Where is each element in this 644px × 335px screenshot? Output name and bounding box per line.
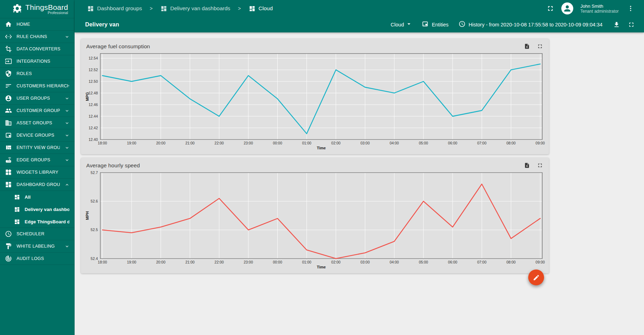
x-tick-label: 02:00	[331, 141, 340, 145]
avatar[interactable]	[561, 2, 573, 14]
sidebar-item-edge-groups[interactable]: EDGE GROUPS	[0, 154, 74, 166]
fuel-consumption-chart: 12.4012.4212.4412.4612.4812.5012.5212.54…	[84, 51, 546, 153]
x-axis-title: Time	[317, 265, 326, 269]
dashboard-icon	[87, 5, 94, 12]
input-icon	[5, 58, 12, 65]
sidebar-item-home[interactable]: HOME	[0, 18, 74, 31]
sidebar-item-label: DASHBOARD GROUPS	[17, 182, 60, 187]
app-edition: Professional	[48, 11, 68, 15]
y-tick-label: 52.6	[91, 199, 98, 203]
sidebar-subitem-edge-thingsboard-dash[interactable]: Edge ThingsBoard dash...	[0, 216, 74, 228]
app-logo[interactable]: ThingsBoard Professional	[0, 0, 74, 18]
y-tick-label: 12.54	[89, 56, 98, 60]
edit-dashboard-fab[interactable]	[528, 269, 544, 285]
more-vert-menu-button[interactable]	[626, 4, 636, 13]
sidebar-item-device-groups[interactable]: DEVICE GROUPS	[0, 129, 74, 142]
x-tick-label: 09:00	[536, 141, 545, 145]
x-tick-label: 08:00	[506, 141, 516, 145]
more-vert-icon	[627, 5, 634, 12]
sidebar-item-label: CUSTOMER GROUPS	[17, 108, 60, 113]
shield-icon	[5, 70, 12, 77]
main-area: Dashboard groups>Delivery van dashboards…	[75, 0, 644, 335]
fullscreen-button[interactable]	[545, 3, 556, 14]
user-menu[interactable]: John Smith Tenant administrator	[580, 4, 619, 14]
download-icon	[613, 21, 620, 28]
x-tick-label: 20:00	[156, 141, 165, 145]
dashboard-state-select[interactable]: Cloud	[391, 20, 412, 29]
x-tick-label: 01:00	[302, 141, 311, 145]
hourly-speed-widget: Average hourly speed 52.452.552.652.718:…	[81, 158, 549, 273]
sidebar-subitem-label: All	[25, 194, 69, 200]
sidebar-item-rule-chains[interactable]: RULE CHAINS	[0, 31, 74, 43]
breadcrumb-bar: Dashboard groups>Delivery van dashboards…	[75, 0, 644, 17]
x-tick-label: 03:00	[360, 260, 370, 264]
breadcrumb-item-dashboard-groups[interactable]: Dashboard groups	[87, 5, 142, 12]
sidebar-item-user-groups[interactable]: USER GROUPS	[0, 92, 74, 105]
sidebar-item-customers-hierarchy[interactable]: CUSTOMERS HIERARCHY	[0, 80, 74, 92]
widget-fullscreen-icon[interactable]	[536, 162, 544, 169]
breadcrumb-item-delivery-van-dashboards[interactable]: Delivery van dashboards	[160, 5, 231, 12]
gear-logo-icon	[12, 3, 23, 15]
sidebar-item-label: SCHEDULER	[17, 231, 69, 236]
sidebar-item-label: HOME	[17, 22, 69, 27]
hourly-speed-chart: 52.452.552.652.718:0019:0020:0021:0022:0…	[84, 170, 546, 272]
sidebar-item-audit-logs[interactable]: AUDIT LOGS	[0, 253, 74, 265]
fullscreen-icon	[537, 162, 543, 168]
export-widget-data-icon[interactable]	[523, 162, 531, 169]
devices-icon	[422, 20, 429, 27]
fullscreen-icon	[537, 43, 543, 49]
sidebar-item-customer-groups[interactable]: CUSTOMER GROUPS	[0, 105, 74, 117]
breadcrumb-item-cloud[interactable]: Cloud	[249, 5, 273, 12]
breadcrumb-label: Cloud	[259, 5, 273, 12]
user-circle-icon	[5, 95, 12, 102]
sidebar-item-label: ROLES	[17, 71, 69, 76]
clock-icon	[459, 20, 466, 29]
sidebar-item-roles[interactable]: ROLES	[0, 68, 74, 80]
dashboard-toolbar: Delivery van Cloud Entities History - fr…	[75, 17, 644, 32]
average-hourly-speed-svg: 52.452.552.652.718:0019:0020:0021:0022:0…	[84, 170, 546, 271]
x-tick-label: 08:00	[506, 260, 516, 264]
y-tick-label: 52.4	[91, 256, 98, 261]
dashboard-content: Average fuel consumption 12.4012.4212.44…	[75, 32, 644, 335]
chevron-down-icon	[64, 145, 70, 150]
x-tick-label: 23:00	[244, 141, 253, 145]
sidebar-item-white-labeling[interactable]: WHITE LABELING	[0, 240, 74, 253]
widget-fullscreen-icon[interactable]	[536, 43, 544, 50]
export-dashboard-button[interactable]	[612, 20, 621, 30]
entities-button[interactable]: Entities	[422, 20, 449, 29]
chevron-down-icon	[64, 157, 70, 163]
x-tick-label: 04:00	[390, 260, 399, 264]
sidebar-item-dashboard-groups[interactable]: DASHBOARD GROUPS	[0, 179, 74, 191]
sidebar-subitem-delivery-van-dashboards[interactable]: Delivery van dashboards	[0, 203, 74, 216]
x-tick-label: 20:00	[156, 260, 165, 264]
clock-icon	[5, 230, 12, 237]
building-icon	[5, 119, 12, 126]
clock-icon	[459, 20, 466, 27]
sidebar-item-label: INTEGRATIONS	[17, 59, 69, 64]
sidebar-item-integrations[interactable]: INTEGRATIONS	[0, 55, 74, 68]
x-tick-label: 02:00	[331, 260, 340, 264]
timewindow-button[interactable]: History - from 2020-10-08 17:55:58 to 20…	[459, 20, 602, 29]
sidebar-item-asset-groups[interactable]: ASSET GROUPS	[0, 117, 74, 129]
gear-icon	[12, 3, 23, 14]
dashboard-icon	[160, 5, 167, 12]
sidebar-item-entity-view-groups[interactable]: ENTITY VIEW GROUPS	[0, 142, 74, 154]
dashboard-fullscreen-button[interactable]	[626, 20, 636, 30]
x-tick-label: 19:00	[127, 260, 136, 264]
sidebar-item-data-converters[interactable]: DATA CONVERTERS	[0, 43, 74, 55]
devices-icon	[5, 132, 12, 139]
y-tick-label: 12.52	[89, 68, 98, 72]
x-tick-label: 01:00	[302, 260, 311, 264]
sidebar-item-label: EDGE GROUPS	[17, 157, 60, 162]
fullscreen-icon	[628, 21, 635, 28]
sidebar-item-label: RULE CHAINS	[17, 34, 60, 39]
user-name: John Smith	[580, 4, 619, 9]
x-tick-label: 18:00	[98, 141, 107, 145]
sidebar-item-widgets-library[interactable]: WIDGETS LIBRARY	[0, 166, 74, 179]
export-widget-data-icon[interactable]	[523, 43, 531, 50]
chevron-down-icon	[405, 20, 412, 29]
sidebar-subitem-all[interactable]: All	[0, 191, 74, 203]
chevron-down-icon	[64, 34, 70, 39]
sidebar-item-scheduler[interactable]: SCHEDULER	[0, 228, 74, 240]
sidebar-item-label: DEVICE GROUPS	[17, 133, 60, 138]
